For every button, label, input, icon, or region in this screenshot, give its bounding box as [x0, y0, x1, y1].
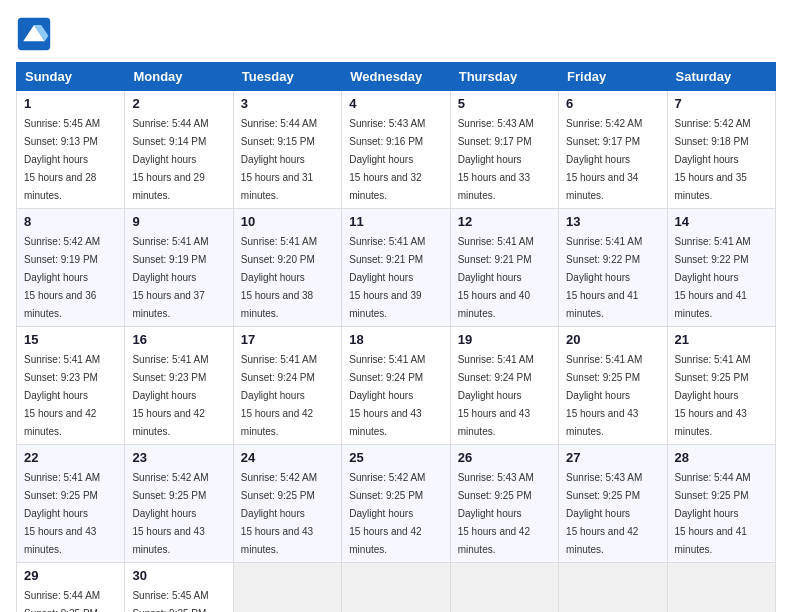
- day-info: Sunrise: 5:41 AMSunset: 9:23 PMDaylight …: [132, 354, 208, 437]
- calendar-cell: 21 Sunrise: 5:41 AMSunset: 9:25 PMDaylig…: [667, 327, 775, 445]
- calendar-week: 1 Sunrise: 5:45 AMSunset: 9:13 PMDayligh…: [17, 91, 776, 209]
- day-number: 19: [458, 332, 551, 347]
- calendar-cell: 11 Sunrise: 5:41 AMSunset: 9:21 PMDaylig…: [342, 209, 450, 327]
- day-number: 4: [349, 96, 442, 111]
- day-number: 2: [132, 96, 225, 111]
- day-number: 28: [675, 450, 768, 465]
- day-number: 7: [675, 96, 768, 111]
- day-info: Sunrise: 5:41 AMSunset: 9:21 PMDaylight …: [458, 236, 534, 319]
- day-number: 26: [458, 450, 551, 465]
- header-day: Thursday: [450, 63, 558, 91]
- day-info: Sunrise: 5:41 AMSunset: 9:22 PMDaylight …: [566, 236, 642, 319]
- day-info: Sunrise: 5:41 AMSunset: 9:25 PMDaylight …: [566, 354, 642, 437]
- calendar: SundayMondayTuesdayWednesdayThursdayFrid…: [16, 62, 776, 612]
- day-info: Sunrise: 5:41 AMSunset: 9:25 PMDaylight …: [24, 472, 100, 555]
- day-info: Sunrise: 5:41 AMSunset: 9:22 PMDaylight …: [675, 236, 751, 319]
- calendar-week: 8 Sunrise: 5:42 AMSunset: 9:19 PMDayligh…: [17, 209, 776, 327]
- calendar-cell: [559, 563, 667, 613]
- day-number: 22: [24, 450, 117, 465]
- day-number: 12: [458, 214, 551, 229]
- day-info: Sunrise: 5:42 AMSunset: 9:25 PMDaylight …: [132, 472, 208, 555]
- day-info: Sunrise: 5:41 AMSunset: 9:24 PMDaylight …: [349, 354, 425, 437]
- calendar-cell: 8 Sunrise: 5:42 AMSunset: 9:19 PMDayligh…: [17, 209, 125, 327]
- day-info: Sunrise: 5:41 AMSunset: 9:24 PMDaylight …: [241, 354, 317, 437]
- calendar-cell: [667, 563, 775, 613]
- logo-icon: [16, 16, 52, 52]
- calendar-cell: 2 Sunrise: 5:44 AMSunset: 9:14 PMDayligh…: [125, 91, 233, 209]
- calendar-cell: [233, 563, 341, 613]
- calendar-cell: 25 Sunrise: 5:42 AMSunset: 9:25 PMDaylig…: [342, 445, 450, 563]
- day-number: 6: [566, 96, 659, 111]
- day-number: 18: [349, 332, 442, 347]
- day-number: 30: [132, 568, 225, 583]
- calendar-cell: 22 Sunrise: 5:41 AMSunset: 9:25 PMDaylig…: [17, 445, 125, 563]
- day-info: Sunrise: 5:41 AMSunset: 9:24 PMDaylight …: [458, 354, 534, 437]
- day-info: Sunrise: 5:42 AMSunset: 9:19 PMDaylight …: [24, 236, 100, 319]
- day-info: Sunrise: 5:41 AMSunset: 9:20 PMDaylight …: [241, 236, 317, 319]
- day-number: 14: [675, 214, 768, 229]
- day-info: Sunrise: 5:43 AMSunset: 9:25 PMDaylight …: [458, 472, 534, 555]
- calendar-cell: 30 Sunrise: 5:45 AMSunset: 9:25 PMDaylig…: [125, 563, 233, 613]
- calendar-cell: 6 Sunrise: 5:42 AMSunset: 9:17 PMDayligh…: [559, 91, 667, 209]
- day-number: 29: [24, 568, 117, 583]
- day-number: 10: [241, 214, 334, 229]
- day-info: Sunrise: 5:41 AMSunset: 9:21 PMDaylight …: [349, 236, 425, 319]
- day-number: 16: [132, 332, 225, 347]
- day-number: 21: [675, 332, 768, 347]
- calendar-cell: 4 Sunrise: 5:43 AMSunset: 9:16 PMDayligh…: [342, 91, 450, 209]
- calendar-cell: 27 Sunrise: 5:43 AMSunset: 9:25 PMDaylig…: [559, 445, 667, 563]
- header-day: Saturday: [667, 63, 775, 91]
- day-info: Sunrise: 5:44 AMSunset: 9:14 PMDaylight …: [132, 118, 208, 201]
- header: [16, 16, 776, 52]
- day-info: Sunrise: 5:41 AMSunset: 9:23 PMDaylight …: [24, 354, 100, 437]
- calendar-cell: 28 Sunrise: 5:44 AMSunset: 9:25 PMDaylig…: [667, 445, 775, 563]
- calendar-cell: 24 Sunrise: 5:42 AMSunset: 9:25 PMDaylig…: [233, 445, 341, 563]
- header-day: Sunday: [17, 63, 125, 91]
- day-info: Sunrise: 5:45 AMSunset: 9:25 PMDaylight …: [132, 590, 208, 612]
- day-info: Sunrise: 5:42 AMSunset: 9:18 PMDaylight …: [675, 118, 751, 201]
- day-number: 17: [241, 332, 334, 347]
- calendar-cell: 14 Sunrise: 5:41 AMSunset: 9:22 PMDaylig…: [667, 209, 775, 327]
- day-info: Sunrise: 5:41 AMSunset: 9:25 PMDaylight …: [675, 354, 751, 437]
- day-info: Sunrise: 5:44 AMSunset: 9:25 PMDaylight …: [675, 472, 751, 555]
- day-info: Sunrise: 5:41 AMSunset: 9:19 PMDaylight …: [132, 236, 208, 319]
- day-info: Sunrise: 5:42 AMSunset: 9:25 PMDaylight …: [241, 472, 317, 555]
- header-day: Friday: [559, 63, 667, 91]
- header-day: Tuesday: [233, 63, 341, 91]
- calendar-cell: 29 Sunrise: 5:44 AMSunset: 9:25 PMDaylig…: [17, 563, 125, 613]
- day-number: 9: [132, 214, 225, 229]
- day-number: 23: [132, 450, 225, 465]
- calendar-cell: 16 Sunrise: 5:41 AMSunset: 9:23 PMDaylig…: [125, 327, 233, 445]
- header-day: Monday: [125, 63, 233, 91]
- calendar-cell: 3 Sunrise: 5:44 AMSunset: 9:15 PMDayligh…: [233, 91, 341, 209]
- calendar-cell: 13 Sunrise: 5:41 AMSunset: 9:22 PMDaylig…: [559, 209, 667, 327]
- calendar-cell: 1 Sunrise: 5:45 AMSunset: 9:13 PMDayligh…: [17, 91, 125, 209]
- calendar-cell: [450, 563, 558, 613]
- logo: [16, 16, 58, 52]
- calendar-cell: 18 Sunrise: 5:41 AMSunset: 9:24 PMDaylig…: [342, 327, 450, 445]
- day-number: 15: [24, 332, 117, 347]
- calendar-cell: 7 Sunrise: 5:42 AMSunset: 9:18 PMDayligh…: [667, 91, 775, 209]
- calendar-cell: 10 Sunrise: 5:41 AMSunset: 9:20 PMDaylig…: [233, 209, 341, 327]
- calendar-cell: 19 Sunrise: 5:41 AMSunset: 9:24 PMDaylig…: [450, 327, 558, 445]
- day-number: 13: [566, 214, 659, 229]
- day-info: Sunrise: 5:42 AMSunset: 9:25 PMDaylight …: [349, 472, 425, 555]
- calendar-week: 15 Sunrise: 5:41 AMSunset: 9:23 PMDaylig…: [17, 327, 776, 445]
- day-info: Sunrise: 5:43 AMSunset: 9:16 PMDaylight …: [349, 118, 425, 201]
- calendar-week: 29 Sunrise: 5:44 AMSunset: 9:25 PMDaylig…: [17, 563, 776, 613]
- header-day: Wednesday: [342, 63, 450, 91]
- day-number: 8: [24, 214, 117, 229]
- day-info: Sunrise: 5:44 AMSunset: 9:15 PMDaylight …: [241, 118, 317, 201]
- day-number: 5: [458, 96, 551, 111]
- calendar-cell: 17 Sunrise: 5:41 AMSunset: 9:24 PMDaylig…: [233, 327, 341, 445]
- calendar-cell: 12 Sunrise: 5:41 AMSunset: 9:21 PMDaylig…: [450, 209, 558, 327]
- day-number: 1: [24, 96, 117, 111]
- header-row: SundayMondayTuesdayWednesdayThursdayFrid…: [17, 63, 776, 91]
- day-info: Sunrise: 5:43 AMSunset: 9:25 PMDaylight …: [566, 472, 642, 555]
- calendar-cell: [342, 563, 450, 613]
- day-number: 25: [349, 450, 442, 465]
- day-info: Sunrise: 5:42 AMSunset: 9:17 PMDaylight …: [566, 118, 642, 201]
- calendar-cell: 20 Sunrise: 5:41 AMSunset: 9:25 PMDaylig…: [559, 327, 667, 445]
- calendar-cell: 15 Sunrise: 5:41 AMSunset: 9:23 PMDaylig…: [17, 327, 125, 445]
- calendar-cell: 5 Sunrise: 5:43 AMSunset: 9:17 PMDayligh…: [450, 91, 558, 209]
